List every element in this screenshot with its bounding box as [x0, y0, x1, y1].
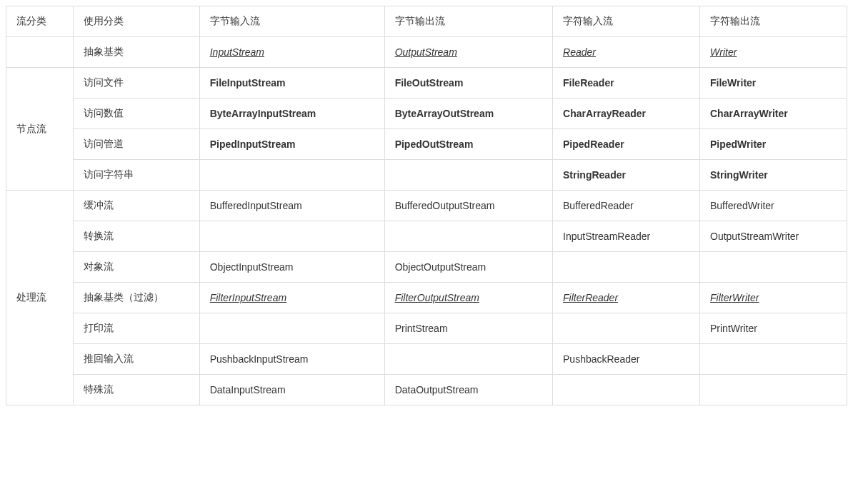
stream-cell: ObjectOutputStream	[384, 252, 552, 283]
stream-cell: InputStream	[199, 37, 384, 68]
stream-cell: PipedOutStream	[384, 129, 552, 160]
table-header-cell: 使用分类	[74, 6, 200, 37]
table-header-cell: 字符输入流	[553, 6, 700, 37]
stream-cell	[199, 313, 384, 344]
stream-cell: Reader	[553, 37, 700, 68]
stream-cell: PrintStream	[384, 313, 552, 344]
table-row: 处理流缓冲流BufferedInputStreamBufferedOutputS…	[6, 191, 847, 221]
category-cell	[6, 37, 74, 68]
usage-cell: 访问数值	[74, 99, 200, 129]
stream-cell: ByteArrayInputStream	[199, 99, 384, 129]
table-header-cell: 字符输出流	[700, 6, 847, 37]
table-row: 推回输入流PushbackInputStreamPushbackReader	[6, 344, 847, 375]
stream-cell: PrintWriter	[700, 313, 847, 344]
table-row: 访问管道PipedInputStreamPipedOutStreamPipedR…	[6, 129, 847, 160]
stream-cell	[700, 344, 847, 375]
usage-cell: 缓冲流	[74, 191, 200, 221]
stream-cell: BufferedOutputStream	[384, 191, 552, 221]
stream-cell: StringReader	[553, 160, 700, 191]
table-header-row: 流分类使用分类字节输入流字节输出流字符输入流字符输出流	[6, 6, 847, 37]
table-row: 访问数值ByteArrayInputStreamByteArrayOutStre…	[6, 99, 847, 129]
stream-cell	[553, 252, 700, 283]
stream-cell: PushbackReader	[553, 344, 700, 375]
io-stream-table: 流分类使用分类字节输入流字节输出流字符输入流字符输出流抽象基类InputStre…	[6, 6, 847, 405]
usage-cell: 打印流	[74, 313, 200, 344]
stream-cell	[700, 252, 847, 283]
stream-cell: PipedWriter	[700, 129, 847, 160]
table-row: 抽象基类（过滤）FilterInputStreamFilterOutputStr…	[6, 283, 847, 313]
stream-cell: CharArrayWriter	[700, 99, 847, 129]
stream-cell: ObjectInputStream	[199, 252, 384, 283]
stream-cell: DataOutputStream	[384, 375, 552, 405]
table-row: 节点流访问文件FileInputStreamFileOutStreamFileR…	[6, 68, 847, 99]
usage-cell: 推回输入流	[74, 344, 200, 375]
stream-cell: BufferedReader	[553, 191, 700, 221]
stream-cell: FileInputStream	[199, 68, 384, 99]
stream-cell	[553, 313, 700, 344]
table-row: 抽象基类InputStreamOutputStreamReaderWriter	[6, 37, 847, 68]
stream-cell	[199, 221, 384, 252]
usage-cell: 访问管道	[74, 129, 200, 160]
stream-cell	[700, 375, 847, 405]
stream-cell: FilterWriter	[700, 283, 847, 313]
stream-cell: FileWriter	[700, 68, 847, 99]
usage-cell: 抽象基类	[74, 37, 200, 68]
table-header-cell: 流分类	[6, 6, 74, 37]
stream-cell: BufferedWriter	[700, 191, 847, 221]
table-row: 访问字符串StringReaderStringWriter	[6, 160, 847, 191]
table-header-cell: 字节输出流	[384, 6, 552, 37]
stream-cell: FilterReader	[553, 283, 700, 313]
stream-cell	[553, 375, 700, 405]
usage-cell: 访问文件	[74, 68, 200, 99]
stream-cell: FileReader	[553, 68, 700, 99]
stream-cell	[384, 344, 552, 375]
stream-cell: Writer	[700, 37, 847, 68]
table-row: 转换流InputStreamReaderOutputStreamWriter	[6, 221, 847, 252]
usage-cell: 抽象基类（过滤）	[74, 283, 200, 313]
stream-cell: PushbackInputStream	[199, 344, 384, 375]
stream-cell: OutputStreamWriter	[700, 221, 847, 252]
stream-cell: ByteArrayOutStream	[384, 99, 552, 129]
stream-cell: PipedInputStream	[199, 129, 384, 160]
usage-cell: 对象流	[74, 252, 200, 283]
stream-cell: StringWriter	[700, 160, 847, 191]
stream-cell: FilterOutputStream	[384, 283, 552, 313]
stream-cell: CharArrayReader	[553, 99, 700, 129]
stream-cell: FilterInputStream	[199, 283, 384, 313]
table-header-cell: 字节输入流	[199, 6, 384, 37]
table-row: 打印流PrintStreamPrintWriter	[6, 313, 847, 344]
usage-cell: 转换流	[74, 221, 200, 252]
category-cell: 节点流	[6, 68, 74, 191]
category-cell: 处理流	[6, 191, 74, 405]
stream-cell: FileOutStream	[384, 68, 552, 99]
table-row: 对象流ObjectInputStreamObjectOutputStream	[6, 252, 847, 283]
stream-cell: DataInputStream	[199, 375, 384, 405]
stream-cell	[384, 160, 552, 191]
stream-cell: BufferedInputStream	[199, 191, 384, 221]
table-row: 特殊流DataInputStreamDataOutputStream	[6, 375, 847, 405]
stream-cell	[384, 221, 552, 252]
stream-cell	[199, 160, 384, 191]
usage-cell: 访问字符串	[74, 160, 200, 191]
stream-cell: OutputStream	[384, 37, 552, 68]
stream-cell: PipedReader	[553, 129, 700, 160]
usage-cell: 特殊流	[74, 375, 200, 405]
stream-cell: InputStreamReader	[553, 221, 700, 252]
